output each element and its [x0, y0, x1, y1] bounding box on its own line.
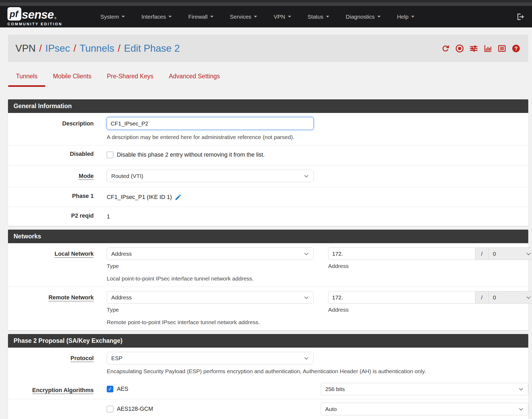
window-top-strip	[0, 0, 532, 2]
remote-network-prefix-select[interactable]: 0	[489, 291, 532, 304]
breadcrumb-vpn: VPN	[15, 43, 36, 54]
window-divider-strip	[0, 2, 532, 6]
section-title-general: General Information	[8, 99, 528, 113]
local-network-address-caption: Address	[328, 263, 532, 269]
top-navbar: pf sense ® COMMUNITY EDITION System Inte…	[0, 0, 532, 27]
svg-text:?: ?	[514, 46, 518, 51]
remote-network-type-select[interactable]: Address	[107, 291, 314, 304]
address-separator: /	[475, 291, 489, 304]
form-row-encryption-aes: Encryption Algorithms ✓ AES 256 bits	[8, 379, 528, 399]
protocol-help: Encapsulating Security Payload (ESP) per…	[107, 368, 528, 375]
form-row-local-network: Local Network Address Type	[8, 243, 528, 287]
aes-checkbox[interactable]: ✓	[107, 386, 113, 392]
nav-item-interfaces[interactable]: Interfaces	[133, 14, 180, 20]
refresh-icon[interactable]	[441, 44, 450, 53]
local-network-type-caption: Type	[107, 263, 314, 269]
aes128-gcm-label: AES128-GCM	[117, 406, 153, 412]
nav-item-system[interactable]: System	[92, 14, 133, 20]
help-icon[interactable]: ?	[511, 44, 521, 53]
section-title-networks: Networks	[8, 230, 528, 243]
local-network-prefix-select[interactable]: 0	[489, 247, 532, 260]
nav-item-status[interactable]: Status	[299, 14, 338, 20]
address-separator: /	[475, 247, 489, 260]
chevron-down-icon	[377, 16, 381, 18]
form-row-disabled: Disabled Disable this phase 2 entry with…	[8, 145, 528, 165]
pfsense-logo[interactable]: pf sense ® COMMUNITY EDITION	[7, 7, 62, 26]
log-icon[interactable]	[497, 44, 507, 53]
stop-icon[interactable]	[455, 44, 464, 53]
main-navbar: pf sense ® COMMUNITY EDITION System Inte…	[0, 6, 532, 27]
protocol-label: Protocol	[71, 355, 94, 362]
mode-select[interactable]: Routed (VTI)	[107, 170, 314, 182]
breadcrumb-edit-phase2[interactable]: Edit Phase 2	[124, 43, 180, 54]
brand-subtitle: COMMUNITY EDITION	[7, 22, 62, 26]
remote-network-label: Remote Network	[48, 294, 94, 301]
section-networks: Networks Local Network Address Type	[8, 230, 528, 330]
remote-network-type-caption: Type	[107, 307, 314, 313]
chevron-down-icon	[168, 16, 172, 18]
breadcrumb-actions: ?	[441, 44, 521, 53]
p2reqid-value: 1	[107, 213, 110, 220]
sign-out-icon[interactable]	[516, 13, 525, 21]
form-row-protocol: Protocol ESP Encapsulating Security Payl…	[8, 348, 528, 379]
chevron-down-icon	[254, 16, 257, 18]
pencil-icon[interactable]	[175, 194, 182, 201]
form-row-encryption-aes128gcm: AES128-GCM Auto	[8, 399, 528, 419]
tab-advanced-settings[interactable]: Advanced Settings	[161, 73, 228, 87]
section-title-proposal: Phase 2 Proposal (SA/Key Exchange)	[8, 334, 528, 348]
breadcrumb: VPN / IPsec / Tunnels / Edit Phase 2	[8, 35, 528, 62]
breadcrumb-tunnels[interactable]: Tunnels	[80, 43, 114, 54]
description-input[interactable]	[107, 117, 314, 130]
breadcrumb-separator: /	[73, 43, 76, 54]
form-row-p2reqid: P2 reqid 1	[8, 207, 528, 226]
nav-item-vpn[interactable]: VPN	[265, 14, 299, 20]
section-general-information: General Information Description A descri…	[8, 99, 528, 226]
disabled-checkbox[interactable]	[107, 152, 113, 158]
chevron-down-icon	[288, 16, 291, 18]
form-row-phase1: Phase 1 CF1_IPsec_P1 (IKE ID 1)	[8, 187, 528, 207]
page-title: VPN / IPsec / Tunnels / Edit Phase 2	[15, 43, 180, 54]
form-row-description: Description A description may be entered…	[8, 113, 528, 145]
chevron-down-icon	[326, 16, 329, 18]
tab-mobile-clients[interactable]: Mobile Clients	[45, 73, 99, 87]
breadcrumb-separator: /	[118, 43, 120, 54]
remote-network-help: Remote point-to-point IPsec interface tu…	[107, 319, 528, 326]
chevron-down-icon	[122, 16, 125, 18]
tab-pre-shared-keys[interactable]: Pre-Shared Keys	[99, 73, 161, 87]
local-network-type-select[interactable]: Address	[107, 247, 314, 260]
p2reqid-label: P2 reqid	[8, 213, 94, 219]
chevron-down-icon	[210, 16, 213, 18]
protocol-select[interactable]: ESP	[107, 352, 314, 364]
tab-bar: Tunnels Mobile Clients Pre-Shared Keys A…	[8, 73, 528, 87]
chart-bar-icon[interactable]	[483, 44, 493, 53]
aes-label: AES	[117, 386, 128, 392]
nav-item-diagnostics[interactable]: Diagnostics	[337, 14, 389, 20]
disabled-label: Disabled	[8, 151, 94, 157]
nav-item-firewall[interactable]: Firewall	[180, 14, 221, 20]
nav-item-services[interactable]: Services	[222, 14, 266, 20]
form-row-mode: Mode Routed (VTI)	[8, 165, 528, 187]
local-network-address-input[interactable]	[328, 247, 475, 260]
mode-label: Mode	[79, 173, 94, 180]
form-row-remote-network: Remote Network Address Type	[8, 287, 528, 330]
description-label: Description	[8, 117, 94, 127]
description-help: A description may be entered here for ad…	[107, 134, 528, 140]
local-network-help: Local point-to-point IPsec interface tun…	[107, 275, 528, 282]
disabled-checkbox-label: Disable this phase 2 entry without remov…	[117, 152, 265, 158]
sliders-icon[interactable]	[469, 44, 479, 53]
remote-network-address-caption: Address	[328, 307, 532, 313]
breadcrumb-separator: /	[39, 43, 42, 54]
tab-tunnels[interactable]: Tunnels	[8, 73, 45, 87]
brand-name: sense	[22, 9, 54, 21]
local-network-label: Local Network	[55, 251, 94, 258]
page-content: VPN / IPsec / Tunnels / Edit Phase 2	[0, 35, 532, 419]
aes128-gcm-bits-select[interactable]: Auto	[321, 403, 528, 415]
chevron-down-icon	[411, 16, 414, 18]
nav-menu: System Interfaces Firewall Services VPN …	[92, 14, 423, 20]
remote-network-address-input[interactable]	[328, 291, 475, 304]
registered-mark: ®	[54, 17, 56, 20]
aes128-gcm-checkbox[interactable]	[107, 406, 113, 412]
aes-bits-select[interactable]: 256 bits	[321, 383, 528, 395]
breadcrumb-ipsec[interactable]: IPsec	[45, 43, 70, 54]
nav-item-help[interactable]: Help	[389, 14, 423, 20]
